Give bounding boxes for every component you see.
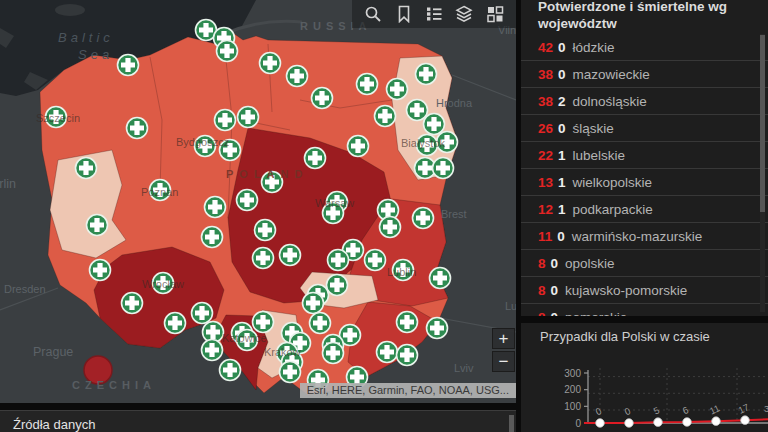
- case-cross-marker[interactable]: [202, 340, 223, 361]
- case-cross-marker[interactable]: [215, 110, 236, 131]
- case-cross-marker[interactable]: [397, 312, 418, 333]
- stats-row[interactable]: 110warmińsko-mazurskie: [521, 223, 768, 250]
- case-cross-marker[interactable]: [220, 140, 241, 161]
- bookmark-icon[interactable]: [395, 5, 413, 23]
- confirmed-count: 42: [538, 40, 553, 55]
- svg-text:11: 11: [708, 402, 722, 416]
- svg-text:0: 0: [594, 405, 603, 417]
- case-cross-marker[interactable]: [217, 41, 238, 62]
- case-cross-marker[interactable]: [327, 275, 348, 296]
- case-cross-marker[interactable]: [202, 227, 223, 248]
- case-cross-marker[interactable]: [375, 106, 396, 127]
- case-cross-marker[interactable]: [76, 158, 97, 179]
- case-cross-marker[interactable]: [365, 250, 386, 271]
- case-cross-marker[interactable]: [127, 118, 148, 139]
- stats-row[interactable]: 260śląskie: [521, 115, 768, 142]
- stats-row[interactable]: 382dolnośląskie: [521, 88, 768, 115]
- stats-row[interactable]: 380mazowieckie: [521, 61, 768, 88]
- case-cross-marker[interactable]: [87, 215, 108, 236]
- case-cross-marker[interactable]: [397, 345, 418, 366]
- case-cross-marker[interactable]: [417, 135, 438, 156]
- deaths-count: 1: [558, 175, 566, 190]
- case-cross-marker[interactable]: [253, 248, 274, 269]
- chart-data-point[interactable]: [712, 417, 721, 426]
- case-cross-marker[interactable]: [427, 318, 448, 339]
- case-cross-marker[interactable]: [153, 273, 174, 294]
- case-cross-marker[interactable]: [416, 64, 437, 85]
- basemap-grid-icon[interactable]: [486, 5, 504, 23]
- cases-time-chart[interactable]: 0100200300 005611173: [521, 323, 768, 432]
- czechia-case-bubble[interactable]: [84, 356, 112, 384]
- stats-row[interactable]: 80opolskie: [521, 250, 768, 277]
- deaths-count: 0: [558, 67, 566, 82]
- case-cross-marker[interactable]: [303, 293, 324, 314]
- case-cross-marker[interactable]: [328, 250, 349, 271]
- voivodeship-name: śląskie: [573, 121, 614, 136]
- layers-icon[interactable]: [455, 5, 473, 23]
- case-cross-marker[interactable]: [312, 88, 333, 109]
- case-cross-marker[interactable]: [387, 79, 408, 100]
- case-cross-marker[interactable]: [424, 114, 445, 135]
- chart-data-point[interactable]: [596, 419, 605, 428]
- case-cross-marker[interactable]: [122, 293, 143, 314]
- case-cross-marker[interactable]: [280, 362, 301, 383]
- case-cross-marker[interactable]: [46, 107, 67, 128]
- case-cross-marker[interactable]: [237, 190, 258, 211]
- chart-point-labels: 005611173: [594, 401, 768, 417]
- sources-scrollbar[interactable]: [509, 415, 514, 432]
- case-cross-marker[interactable]: [377, 342, 398, 363]
- confirmed-count: 8: [538, 310, 546, 317]
- case-cross-marker[interactable]: [165, 313, 186, 334]
- case-cross-marker[interactable]: [393, 260, 414, 281]
- zoom-out-button[interactable]: −: [492, 351, 515, 372]
- case-cross-marker[interactable]: [323, 343, 344, 364]
- chart-data-point[interactable]: [683, 418, 692, 427]
- case-cross-marker[interactable]: [433, 158, 454, 179]
- deaths-count: 0: [558, 121, 566, 136]
- case-cross-marker[interactable]: [262, 172, 283, 193]
- stats-row[interactable]: 420łódzkie: [521, 34, 768, 61]
- case-cross-marker[interactable]: [323, 203, 344, 224]
- case-cross-marker[interactable]: [280, 245, 301, 266]
- case-cross-marker[interactable]: [380, 217, 401, 238]
- case-cross-marker[interactable]: [348, 136, 369, 157]
- case-cross-marker[interactable]: [195, 136, 216, 157]
- case-cross-marker[interactable]: [310, 313, 331, 334]
- case-cross-marker[interactable]: [287, 66, 308, 87]
- case-cross-marker[interactable]: [90, 260, 111, 281]
- poland-map[interactable]: [0, 0, 516, 403]
- case-cross-marker[interactable]: [430, 268, 451, 289]
- map-attribution: Esri, HERE, Garmin, FAO, NOAA, USG...: [300, 383, 516, 398]
- deaths-count: 0: [557, 229, 565, 244]
- case-cross-marker[interactable]: [407, 100, 428, 121]
- stats-row[interactable]: 131wielkopolskie: [521, 169, 768, 196]
- case-cross-marker[interactable]: [220, 360, 241, 381]
- case-cross-marker[interactable]: [305, 148, 326, 169]
- voivodeship-name: dolnośląskie: [573, 94, 647, 109]
- case-cross-marker[interactable]: [413, 208, 434, 229]
- case-cross-marker[interactable]: [192, 303, 213, 324]
- chart-data-point[interactable]: [625, 419, 634, 428]
- case-cross-marker[interactable]: [357, 74, 378, 95]
- legend-list-icon[interactable]: [425, 5, 443, 23]
- stats-row[interactable]: 221lubelskie: [521, 142, 768, 169]
- case-cross-marker[interactable]: [238, 107, 259, 128]
- map-panel[interactable]: BalticSeaRUSSIAVilniBerlinDresdenPragueC…: [0, 0, 516, 403]
- case-cross-marker[interactable]: [255, 220, 276, 241]
- stats-scrollbar-thumb[interactable]: [760, 35, 765, 212]
- stats-row[interactable]: 121podkarpackie: [521, 196, 768, 223]
- case-cross-marker[interactable]: [150, 180, 171, 201]
- case-cross-marker[interactable]: [237, 330, 258, 351]
- case-cross-marker[interactable]: [118, 55, 139, 76]
- search-icon[interactable]: [364, 5, 382, 23]
- stats-row[interactable]: 80pomorskie: [521, 304, 768, 316]
- chart-data-point[interactable]: [654, 418, 663, 427]
- case-cross-marker[interactable]: [437, 132, 458, 153]
- case-cross-marker[interactable]: [205, 197, 226, 218]
- case-cross-marker[interactable]: [260, 53, 281, 74]
- voivodeship-name: warmińsko-mazurskie: [572, 229, 703, 244]
- chart-data-point[interactable]: [741, 416, 750, 425]
- zoom-in-button[interactable]: +: [492, 328, 515, 349]
- case-cross-marker[interactable]: [253, 312, 274, 333]
- stats-row[interactable]: 80kujawsko-pomorskie: [521, 277, 768, 304]
